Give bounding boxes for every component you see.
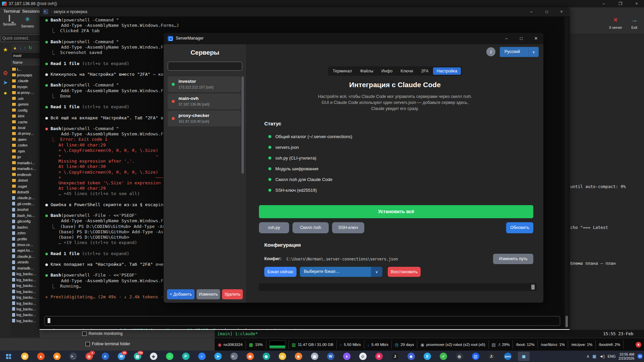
- upload-icon[interactable]: ↑: [24, 45, 26, 50]
- info-button[interactable]: i: [486, 47, 495, 56]
- terminal-maximize-button[interactable]: □: [539, 7, 554, 16]
- server-name: proxy-checker: [178, 113, 209, 118]
- tab-настройка[interactable]: Настройка: [433, 67, 461, 75]
- tray-clock[interactable]: 10:55 AM 2/23/2026: [619, 352, 634, 360]
- taskbar-icon-green-app[interactable]: ✓: [437, 352, 449, 361]
- toolbar-session-button[interactable]: Session: [1, 15, 17, 26]
- taskbar-icon-docker-blue[interactable]: ◫: [470, 352, 481, 361]
- favorites-star-icon[interactable]: ★: [0, 46, 11, 53]
- network-icon[interactable]: ▦: [592, 354, 596, 359]
- taskbar-icon-brave[interactable]: ▲: [35, 352, 47, 361]
- server-card[interactable]: main-ovh37.187.136.86 [ssh]: [168, 94, 241, 109]
- server-search-input[interactable]: [168, 62, 242, 71]
- moba-close-button[interactable]: ×: [629, 0, 644, 7]
- taskbar-icon-terminal-dark[interactable]: >_: [67, 352, 79, 361]
- taskbar-icon-telegram[interactable]: ➤: [212, 352, 224, 361]
- taskbar-icon-start[interactable]: [3, 352, 14, 361]
- taskbar-icon-file-explorer[interactable]: ▤: [19, 352, 31, 361]
- moba-minimize-button[interactable]: –: [596, 0, 611, 7]
- tray-expand-icon[interactable]: ∧: [586, 354, 589, 359]
- taskbar-icon-whatsapp[interactable]: ○: [164, 352, 175, 361]
- toolbar-servers-button[interactable]: ✳ Servers: [19, 15, 36, 28]
- taskbar-icon-firefox-2[interactable]: ◉: [244, 352, 256, 361]
- remote-monitoring-checkbox[interactable]: Remote monitoring: [82, 331, 122, 336]
- terminal-scrollbar[interactable]: [565, 17, 569, 328]
- taskbar-icon-mail-app[interactable]: ✉26: [115, 352, 127, 361]
- taskbar-icon-orange-tool[interactable]: ◈: [292, 352, 304, 361]
- taskbar-icon-rider[interactable]: R: [373, 352, 385, 361]
- delete-server-button[interactable]: Удалить: [222, 289, 243, 299]
- macro-ball-icon[interactable]: ●: [0, 90, 11, 97]
- install-all-button[interactable]: Установить всё: [259, 205, 533, 218]
- prompt-input[interactable]: [44, 316, 560, 326]
- taskbar-icon-word[interactable]: W: [325, 352, 336, 361]
- moba-maximize-button[interactable]: ❐: [613, 0, 628, 7]
- change-path-button[interactable]: Изменить путь: [493, 254, 533, 264]
- edge-glyph: e: [102, 353, 109, 360]
- tab-2fa[interactable]: 2FA: [417, 67, 432, 75]
- taskbar-icon-light-app[interactable]: ◆: [148, 352, 159, 361]
- terminal-tab-title[interactable]: · запуск и проверка: [51, 9, 87, 14]
- keyboard-language[interactable]: ENG: [607, 354, 615, 358]
- taskbar-icon-skype[interactable]: S: [421, 352, 433, 361]
- menu-sessions[interactable]: Sessions: [22, 9, 40, 14]
- taskbar-icon-vscode[interactable]: ◗: [196, 352, 208, 361]
- restore-button[interactable]: Восстановить: [388, 267, 421, 277]
- metrics-close-button[interactable]: ✕: [636, 342, 641, 348]
- server-list-scrollbar[interactable]: [241, 76, 244, 174]
- taskbar-icon-obs-dark[interactable]: ◎: [453, 352, 465, 361]
- toolbar-xserver-button[interactable]: × X server: [606, 15, 625, 30]
- notification-badge[interactable]: 32: [637, 354, 643, 359]
- taskbar-icon-firefox[interactable]: ◉: [51, 352, 63, 361]
- tab-ключи[interactable]: Ключи: [397, 67, 417, 75]
- pill--ssh[interactable]: Скилл /ssh: [292, 222, 329, 233]
- tab-инфо[interactable]: Инфо: [378, 67, 396, 75]
- server-name: main-ovh: [178, 96, 199, 101]
- disk-segment-anchor: ▤: [489, 340, 496, 349]
- folder-up-icon[interactable]: ▲: [13, 45, 17, 50]
- taskbar-icon-dev-teal[interactable]: P: [180, 352, 192, 361]
- terminal-close-button[interactable]: ×: [554, 7, 569, 16]
- pill-ssh-py[interactable]: ssh.py: [259, 222, 289, 233]
- taskbar-icon-jetbrains[interactable]: J: [389, 352, 401, 361]
- taskbar-icon-chrome[interactable]: ◎: [276, 352, 288, 361]
- taskbar-icon-teal-circle[interactable]: ◍: [260, 352, 272, 361]
- tools-icon[interactable]: ⚙: [0, 70, 11, 77]
- taskbar-icon-terminal-gray[interactable]: >_: [228, 352, 240, 361]
- add-server-button[interactable]: + Добавить: [167, 289, 195, 299]
- taskbar-icon-active-app[interactable]: ▣: [518, 352, 530, 361]
- taskbar-icon-white-app[interactable]: ◇: [357, 352, 369, 361]
- server-card[interactable]: investor173.212.212.157 [ssh]: [168, 76, 241, 92]
- taskbar-icon-jb-toolbox[interactable]: J:: [486, 352, 497, 361]
- taskbar-icon-purple-app[interactable]: ♦: [341, 352, 353, 361]
- sm-close-button[interactable]: ✕: [529, 33, 543, 44]
- taskbar-icon-quick-app[interactable]: Quick: [502, 352, 514, 361]
- pill-ssh-[interactable]: SSH-ключ: [332, 222, 364, 233]
- download-icon[interactable]: ↓: [19, 45, 22, 50]
- backup-now-button[interactable]: Бэкап сейчас: [264, 267, 297, 277]
- sm-maximize-button[interactable]: □: [514, 33, 529, 44]
- follow-terminal-folder-checkbox[interactable]: Follow terminal folder: [86, 342, 130, 346]
- send-icon[interactable]: ➤: [0, 79, 11, 86]
- refresh-icon[interactable]: ↻: [29, 45, 32, 50]
- sm-minimize-button[interactable]: –: [499, 33, 514, 44]
- tab-файлы[interactable]: Файлы: [356, 67, 377, 75]
- refresh-button[interactable]: Обновить: [506, 222, 533, 233]
- server-card[interactable]: proxy-checker161.97.118.40 [ssh]: [168, 111, 241, 126]
- menu-terminal[interactable]: Terminal: [3, 9, 20, 14]
- toolbar-exit-button[interactable]: → Exit: [625, 15, 643, 30]
- taskbar-icon-edge[interactable]: e: [99, 352, 111, 361]
- quick-connect-input[interactable]: Quick connect.: [1, 35, 40, 42]
- log-scroll-thumb[interactable]: [531, 285, 535, 290]
- language-select[interactable]: Русский ∨: [500, 47, 539, 57]
- taskbar-icon-monitor-app[interactable]: ▥715: [131, 352, 143, 361]
- terminal-scroll-thumb[interactable]: [566, 316, 568, 327]
- taskbar-icon-blue-app[interactable]: ◆: [405, 352, 417, 361]
- backup-select[interactable]: Выберите бэкап… ∨: [300, 267, 382, 277]
- taskbar-icon-browser-profile[interactable]: ◎2: [83, 352, 95, 361]
- edit-server-button[interactable]: Изменить: [197, 289, 220, 299]
- terminal-minimize-button[interactable]: –: [524, 7, 539, 16]
- tab-терминал[interactable]: Терминал: [329, 67, 356, 75]
- volume-icon[interactable]: ◄): [599, 354, 605, 359]
- taskbar-icon-camera-app[interactable]: ▣: [309, 352, 320, 361]
